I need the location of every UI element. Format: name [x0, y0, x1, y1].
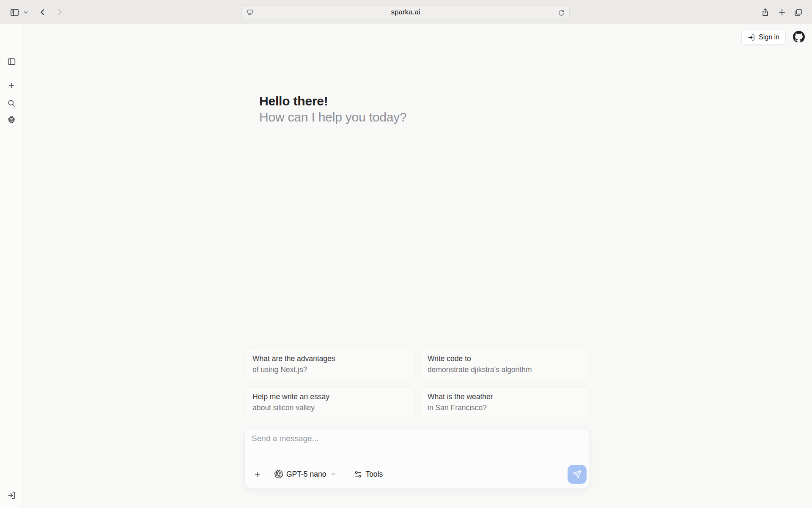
suggestion-card[interactable]: Write code to demonstrate djikstra's alg…: [420, 348, 590, 380]
share-icon: [761, 8, 770, 17]
suggestion-grid: What are the advantages of using Next.js…: [244, 348, 590, 418]
app-sidebar-toggle-button[interactable]: [5, 55, 18, 68]
sign-in-label: Sign in: [759, 33, 779, 41]
suggestion-title: What is the weather: [428, 392, 582, 402]
back-icon: [38, 8, 47, 17]
login-icon: [7, 491, 16, 500]
share-button[interactable]: [759, 6, 771, 19]
forward-button[interactable]: [53, 6, 66, 19]
composer-toolbar: GPT-5 nano Tools: [245, 463, 590, 489]
suggestion-card[interactable]: What is the weather in San Francisco?: [420, 386, 590, 418]
sliders-icon: [354, 470, 362, 478]
github-icon: [793, 31, 805, 43]
suggestion-subtitle: in San Francisco?: [428, 403, 582, 413]
rail-divider: [5, 107, 17, 108]
page-settings-icon[interactable]: [246, 8, 254, 17]
model-selector-button[interactable]: GPT-5 nano: [273, 467, 338, 481]
login-icon: [748, 34, 755, 41]
rail-sign-in-button[interactable]: [5, 489, 18, 502]
suggestion-card[interactable]: Help me write an essay about silicon val…: [244, 386, 415, 418]
new-chat-button[interactable]: [5, 79, 18, 92]
chevron-down-icon: [23, 10, 28, 15]
address-bar[interactable]: sparka.ai: [241, 5, 570, 19]
greeting: Hello there! How can I help you today?: [259, 94, 407, 124]
sidebar-toggle-icon: [10, 8, 19, 17]
suggestion-card[interactable]: What are the advantages of using Next.js…: [244, 348, 415, 380]
forward-icon: [55, 8, 64, 17]
models-button[interactable]: [5, 113, 18, 127]
search-icon: [7, 99, 16, 108]
chevron-up-icon: [330, 471, 336, 477]
tab-overview-button[interactable]: [792, 6, 804, 19]
suggestion-title: What are the advantages: [252, 354, 407, 364]
back-button[interactable]: [36, 6, 49, 19]
message-composer: GPT-5 nano Tools: [244, 428, 590, 489]
app-sidebar-rail: [0, 24, 23, 508]
openai-logo-icon: [274, 470, 283, 478]
github-link[interactable]: [793, 31, 805, 43]
attach-button[interactable]: [252, 469, 263, 480]
send-button[interactable]: [568, 465, 587, 484]
chip-icon: [7, 116, 16, 124]
greeting-title: Hello there!: [259, 94, 407, 108]
send-icon: [573, 470, 582, 479]
reload-icon: [558, 9, 565, 17]
tab-group-menu-button[interactable]: [21, 6, 30, 19]
tab-overview-icon: [794, 8, 803, 17]
suggestion-subtitle: demonstrate djikstra's algorithm: [428, 365, 582, 375]
message-input[interactable]: [245, 428, 590, 463]
rail-divider: [5, 485, 17, 485]
new-chat-icon: [7, 81, 16, 90]
reload-button[interactable]: [557, 8, 566, 17]
browser-toolbar: sparka.ai: [0, 0, 812, 24]
browser-window: sparka.ai: [0, 0, 812, 508]
greeting-subtitle: How can I help you today?: [259, 110, 407, 124]
new-tab-icon: [778, 8, 786, 17]
sign-in-button[interactable]: Sign in: [741, 30, 786, 45]
sidebar-toggle-icon: [7, 57, 16, 66]
suggestion-title: Help me write an essay: [252, 392, 407, 402]
attach-plus-icon: [254, 471, 261, 478]
tools-button[interactable]: Tools: [352, 467, 384, 481]
tools-label: Tools: [365, 470, 383, 479]
url-text: sparka.ai: [391, 8, 420, 17]
new-tab-button[interactable]: [776, 6, 788, 19]
model-label: GPT-5 nano: [286, 470, 326, 479]
suggestion-subtitle: about silicon valley: [252, 403, 407, 413]
search-button[interactable]: [5, 97, 18, 110]
suggestion-subtitle: of using Next.js?: [252, 365, 407, 375]
suggestion-title: Write code to: [428, 354, 582, 364]
browser-sidebar-toggle-button[interactable]: [8, 6, 21, 19]
